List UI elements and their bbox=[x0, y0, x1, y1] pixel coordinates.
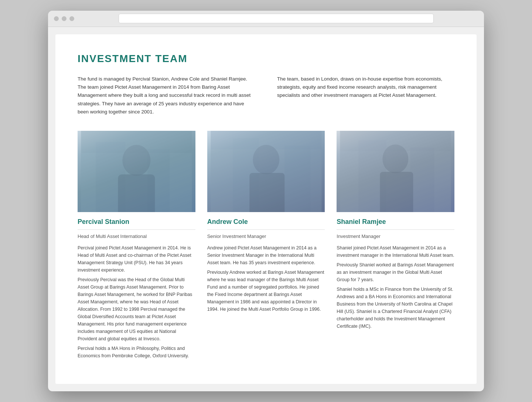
photo-andrew bbox=[207, 131, 325, 212]
minimize-button[interactable] bbox=[62, 16, 66, 21]
intro-right: The team, based in London, draws on in-h… bbox=[277, 75, 454, 116]
svg-point-4 bbox=[122, 145, 150, 176]
svg-rect-11 bbox=[249, 173, 284, 212]
bio-p1-percival: Percival joined Pictet Asset Management … bbox=[78, 244, 195, 274]
team-member-andrew: Andrew Cole Senior Investment Manager An… bbox=[207, 131, 325, 362]
divider-percival bbox=[78, 229, 195, 230]
bio-p2-andrew: Previously Andrew worked at Barings Asse… bbox=[207, 269, 325, 313]
team-member-percival: Percival Stanion Head of Multi Asset Int… bbox=[78, 131, 195, 362]
svg-point-16 bbox=[383, 144, 409, 173]
maximize-button[interactable] bbox=[69, 16, 74, 21]
photo-percival bbox=[78, 131, 195, 212]
titlebar bbox=[48, 11, 484, 27]
svg-rect-5 bbox=[118, 174, 155, 212]
photo-shaniel bbox=[337, 131, 454, 212]
team-member-shaniel: Shaniel Ramjee Investment Manager Shanie… bbox=[337, 131, 454, 362]
svg-rect-15 bbox=[410, 147, 434, 212]
team-grid: Percival Stanion Head of Multi Asset Int… bbox=[78, 131, 454, 362]
bio-p3-percival: Percival holds a MA Hons in Philosophy, … bbox=[78, 345, 195, 360]
member-bio-andrew: Andrew joined Pictet Asset Management in… bbox=[207, 244, 325, 313]
section-title: INVESTMENT TEAM bbox=[78, 53, 454, 65]
bio-p2-shaniel: Previously Shaniel worked at Barings Ass… bbox=[337, 261, 454, 283]
member-title-shaniel: Investment Manager bbox=[337, 234, 454, 239]
divider-shaniel bbox=[337, 229, 454, 230]
member-title-andrew: Senior Investment Manager bbox=[207, 234, 325, 239]
url-bar[interactable] bbox=[119, 14, 434, 23]
page-content: INVESTMENT TEAM The fund is managed by P… bbox=[55, 34, 477, 384]
member-title-percival: Head of Multi Asset International bbox=[78, 234, 195, 239]
svg-point-10 bbox=[253, 145, 279, 174]
intro-section: The fund is managed by Percival Stanion,… bbox=[78, 75, 454, 116]
member-name-percival: Percival Stanion bbox=[78, 218, 195, 226]
member-name-andrew: Andrew Cole bbox=[207, 218, 325, 226]
svg-rect-9 bbox=[284, 146, 310, 212]
member-bio-percival: Percival joined Pictet Asset Management … bbox=[78, 244, 195, 360]
divider-andrew bbox=[207, 229, 325, 230]
bio-p1-andrew: Andrew joined Pictet Asset Management in… bbox=[207, 244, 325, 266]
bio-p3-shaniel: Shaniel holds a MSc in Finance from the … bbox=[337, 286, 454, 330]
bio-p1-shaniel: Shaniel joined Pictet Asset Management i… bbox=[337, 244, 454, 259]
browser-window: INVESTMENT TEAM The fund is managed by P… bbox=[48, 11, 484, 391]
close-button[interactable] bbox=[54, 16, 59, 21]
svg-rect-17 bbox=[380, 172, 413, 212]
traffic-lights bbox=[54, 16, 74, 21]
member-name-shaniel: Shaniel Ramjee bbox=[337, 218, 454, 226]
member-bio-shaniel: Shaniel joined Pictet Asset Management i… bbox=[337, 244, 454, 330]
bio-p2-percival: Previously Percival was the Head of the … bbox=[78, 276, 195, 343]
intro-left: The fund is managed by Percival Stanion,… bbox=[78, 75, 255, 116]
